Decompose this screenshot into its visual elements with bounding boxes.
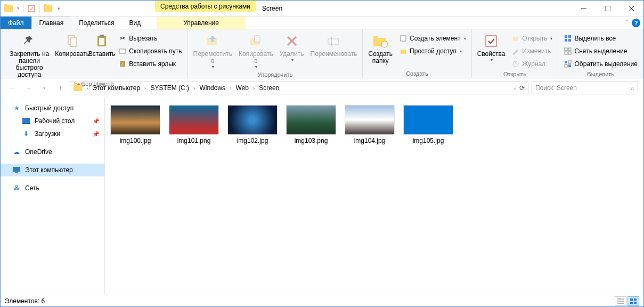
nav-network[interactable]: 🖧Сеть bbox=[1, 182, 104, 195]
file-thumbnail[interactable]: img100.jpg bbox=[110, 105, 160, 144]
minimize-button[interactable] bbox=[572, 1, 596, 16]
paste-shortcut-button[interactable]: Вставить ярлык bbox=[116, 58, 184, 70]
group-select: Выделить все Снять выделение Обратить вы… bbox=[558, 29, 643, 78]
shortcut-icon bbox=[118, 60, 127, 68]
svg-rect-0 bbox=[28, 5, 35, 12]
nav-this-pc[interactable]: Этот компьютер bbox=[1, 164, 104, 176]
svg-rect-17 bbox=[328, 39, 339, 44]
easy-access-button[interactable]: Простой доступ▾ bbox=[397, 45, 468, 57]
up-button[interactable]: ↑ bbox=[54, 82, 67, 94]
crumb-windows[interactable]: Windows bbox=[197, 84, 227, 92]
copy-path-icon bbox=[118, 47, 127, 55]
window-title: Screen bbox=[256, 1, 572, 16]
invert-icon bbox=[564, 60, 572, 68]
copy-to-button[interactable]: Копировать в▾ bbox=[237, 31, 275, 70]
group-new: Создать папку Создать элемент▾ Простой д… bbox=[363, 29, 471, 78]
chevron-right-icon[interactable]: › bbox=[192, 85, 196, 91]
search-icon[interactable]: ⌕ bbox=[631, 84, 634, 92]
new-folder-icon bbox=[372, 33, 389, 50]
select-none-button[interactable]: Снять выделение bbox=[561, 45, 640, 57]
pin-icon: 📌 bbox=[93, 118, 99, 124]
group-organize: Переместить в▾ Копировать в▾ Удалить▾ Пе… bbox=[188, 29, 363, 78]
help-icon[interactable]: ? bbox=[632, 19, 640, 27]
folder-icon[interactable] bbox=[42, 3, 54, 14]
address-bar[interactable]: › Этот компьютер › SYSTEM (C:) › Windows… bbox=[70, 82, 528, 94]
tab-home[interactable]: Главная bbox=[31, 17, 72, 29]
rename-button[interactable]: Переименовать bbox=[308, 31, 360, 59]
refresh-icon[interactable]: ⟳ bbox=[519, 84, 525, 92]
folder-icon bbox=[71, 85, 84, 91]
svg-rect-36 bbox=[568, 64, 571, 67]
cut-button[interactable]: ✂Вырезать bbox=[116, 33, 184, 44]
chevron-right-icon[interactable]: › bbox=[143, 85, 147, 91]
chevron-right-icon[interactable]: › bbox=[85, 85, 89, 91]
thumbnail-image bbox=[227, 105, 278, 135]
ribbon-tabs: Файл Главная Поделиться Вид Управление ˄… bbox=[1, 17, 643, 29]
thumbnails-view-button[interactable] bbox=[627, 296, 639, 306]
nav-pane: ★Быстрый доступ Рабочий стол📌 ⬇Загрузки📌… bbox=[1, 98, 105, 295]
file-thumbnail[interactable]: img103.png bbox=[286, 105, 336, 144]
thumbnail-image bbox=[110, 105, 160, 135]
nav-desktop[interactable]: Рабочий стол📌 bbox=[1, 115, 104, 127]
nav-downloads[interactable]: ⬇Загрузки📌 bbox=[1, 127, 104, 140]
new-folder-button[interactable]: Создать папку bbox=[366, 31, 395, 66]
properties-icon bbox=[483, 33, 500, 50]
history-dropdown-icon[interactable]: ⌄ bbox=[513, 85, 517, 91]
properties-icon[interactable] bbox=[26, 3, 37, 14]
file-thumbnail[interactable]: img102.jpg bbox=[227, 105, 278, 144]
status-bar: Элементов: 6 bbox=[1, 295, 643, 306]
file-thumbnail[interactable]: img101.png bbox=[169, 105, 219, 144]
search-box[interactable]: ⌕ bbox=[532, 82, 638, 94]
select-all-button[interactable]: Выделить все bbox=[561, 33, 640, 44]
tab-view[interactable]: Вид bbox=[121, 17, 148, 29]
folder-icon[interactable] bbox=[3, 3, 14, 14]
search-input[interactable] bbox=[535, 84, 631, 92]
crumb-this-pc[interactable]: Этот компьютер bbox=[90, 84, 142, 92]
open-button[interactable]: Открыть▾ bbox=[509, 33, 555, 44]
file-thumbnail[interactable]: img105.jpg bbox=[403, 105, 453, 144]
pc-icon bbox=[12, 166, 21, 174]
forward-button[interactable]: → bbox=[22, 82, 35, 94]
item-count: Элементов: 6 bbox=[5, 297, 45, 305]
back-button[interactable]: ← bbox=[6, 82, 19, 94]
svg-rect-35 bbox=[565, 61, 567, 63]
svg-rect-32 bbox=[568, 48, 571, 51]
crumb-screen[interactable]: Screen bbox=[257, 84, 281, 92]
tab-share[interactable]: Поделиться bbox=[71, 17, 121, 29]
properties-button[interactable]: Свойства▾ bbox=[475, 31, 508, 63]
new-item-button[interactable]: Создать элемент▾ bbox=[397, 33, 468, 44]
qat-dropdown-icon[interactable]: ▾ bbox=[15, 3, 21, 14]
svg-rect-14 bbox=[255, 36, 260, 42]
nav-quick-access[interactable]: ★Быстрый доступ bbox=[1, 102, 104, 115]
easy-access-icon bbox=[399, 47, 407, 55]
group-open: Свойства▾ Открыть▾ Изменить Журнал Откры… bbox=[472, 29, 559, 78]
recent-dropdown[interactable]: ▾ bbox=[38, 82, 51, 94]
thumbnail-image bbox=[169, 105, 219, 135]
history-button[interactable]: Журнал bbox=[509, 58, 555, 70]
edit-button[interactable]: Изменить bbox=[509, 45, 555, 57]
pin-button[interactable]: Закрепить на панели быстрого доступа bbox=[4, 31, 55, 79]
thumbnail-image bbox=[286, 105, 336, 135]
delete-button[interactable]: Удалить▾ bbox=[278, 31, 306, 63]
svg-rect-27 bbox=[565, 35, 567, 38]
invert-selection-button[interactable]: Обратить выделение bbox=[561, 58, 640, 70]
close-button[interactable] bbox=[619, 1, 643, 16]
tab-manage[interactable]: Управление bbox=[157, 17, 246, 29]
maximize-button[interactable] bbox=[596, 1, 619, 16]
details-view-button[interactable] bbox=[615, 296, 626, 306]
crumb-drive[interactable]: SYSTEM (C:) bbox=[148, 84, 191, 92]
content-pane[interactable]: img100.jpgimg101.pngimg102.jpgimg103.png… bbox=[105, 98, 643, 295]
collapse-ribbon-icon[interactable]: ˄ bbox=[625, 19, 629, 26]
tab-file[interactable]: Файл bbox=[1, 17, 31, 29]
nav-onedrive[interactable]: ☁OneDrive bbox=[1, 146, 104, 158]
paste-button[interactable]: Вставить bbox=[89, 31, 114, 59]
qat-chevron-icon[interactable]: ▾ bbox=[55, 3, 62, 14]
move-to-button[interactable]: Переместить в▾ bbox=[191, 31, 235, 70]
svg-rect-48 bbox=[630, 302, 633, 304]
crumb-web[interactable]: Web bbox=[233, 84, 250, 92]
copy-path-button[interactable]: Скопировать путь bbox=[116, 45, 184, 57]
file-thumbnail[interactable]: img104.jpg bbox=[345, 105, 395, 144]
chevron-right-icon[interactable]: › bbox=[229, 85, 232, 91]
copy-button[interactable]: Копировать bbox=[57, 31, 87, 59]
chevron-right-icon[interactable]: › bbox=[252, 85, 256, 91]
